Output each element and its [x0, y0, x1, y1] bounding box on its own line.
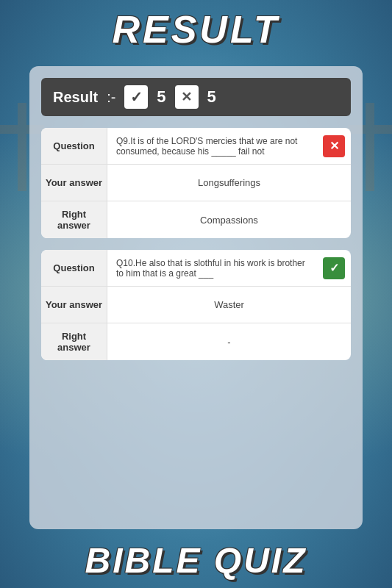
- wrong-badge-q9: ✕: [323, 135, 345, 157]
- wrong-score: 5: [207, 87, 216, 107]
- question-label-q10: Question: [41, 250, 107, 286]
- question-label-q9: Question: [41, 128, 107, 164]
- right-answer-label-q9: Right answer: [41, 201, 107, 238]
- your-answer-label-q10: Your answer: [41, 287, 107, 323]
- footer-title: BIBLE QUIZ: [0, 540, 392, 581]
- svg-rect-2: [366, 103, 374, 191]
- page-title: RESULT: [0, 7, 392, 51]
- result-bar: Result :- ✓ 5 ✕ 5: [41, 78, 351, 116]
- your-answer-content-q9: Longsufferings: [107, 165, 351, 201]
- question-text-q10: Q10.He also that is slothful in his work…: [116, 258, 342, 279]
- question-row-q10: Question Q10.He also that is slothful in…: [41, 250, 351, 287]
- right-answer-content-q9: Compassions: [107, 201, 351, 238]
- main-card: Result :- ✓ 5 ✕ 5 Question Q9.It is of t…: [29, 66, 363, 529]
- right-answer-text-q9: Compassions: [116, 215, 342, 226]
- result-separator: :-: [107, 89, 115, 106]
- question-row-q9: Question Q9.It is of the LORD'S mercies …: [41, 128, 351, 165]
- right-answer-label-q10: Right answer: [41, 323, 107, 360]
- right-answer-row-q9: Right answer Compassions: [41, 201, 351, 238]
- question-block-q9: Question Q9.It is of the LORD'S mercies …: [41, 128, 351, 238]
- question-content-q9: Q9.It is of the LORD'S mercies that we a…: [107, 128, 351, 164]
- right-answer-content-q10: -: [107, 323, 351, 360]
- correct-score: 5: [157, 87, 165, 107]
- right-answer-text-q10: -: [116, 337, 342, 348]
- your-answer-row-q9: Your answer Longsufferings: [41, 165, 351, 201]
- your-answer-content-q10: Waster: [107, 287, 351, 323]
- question-text-q9: Q9.It is of the LORD'S mercies that we a…: [116, 136, 342, 157]
- right-answer-row-q10: Right answer -: [41, 323, 351, 360]
- question-block-q10: Question Q10.He also that is slothful in…: [41, 250, 351, 360]
- your-answer-text-q9: Longsufferings: [116, 177, 342, 188]
- correct-badge-q10: ✓: [323, 257, 345, 279]
- svg-rect-0: [18, 103, 26, 191]
- question-content-q10: Q10.He also that is slothful in his work…: [107, 250, 351, 286]
- your-answer-row-q10: Your answer Waster: [41, 287, 351, 323]
- your-answer-text-q10: Waster: [116, 299, 342, 310]
- cross-icon: ✕: [175, 85, 199, 109]
- checkmark-icon: ✓: [124, 85, 148, 109]
- your-answer-label-q9: Your answer: [41, 165, 107, 201]
- result-label: Result: [53, 89, 98, 106]
